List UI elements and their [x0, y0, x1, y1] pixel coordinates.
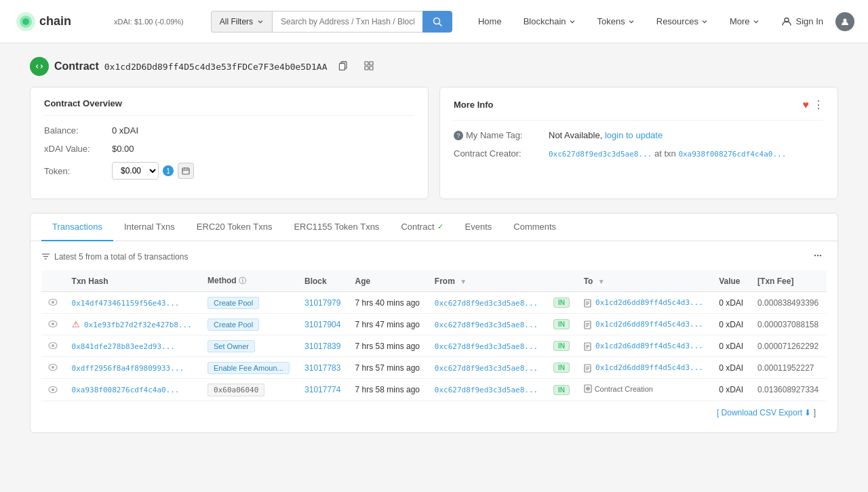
txn-hash-link[interactable]: 0xdff2956f8a4f89809933...	[72, 364, 184, 373]
svg-point-50	[52, 388, 54, 391]
from-address-link[interactable]: 0xc627d8f9ed3c3d5ae8...	[435, 364, 538, 373]
eye-icon[interactable]	[48, 385, 58, 395]
token-count-badge: 1	[163, 165, 174, 176]
sign-in-button[interactable]: Sign In	[772, 11, 833, 33]
cell-age: 7 hrs 53 mins ago	[349, 335, 428, 357]
search-filter-dropdown[interactable]: All Filters	[211, 11, 272, 33]
search-button[interactable]	[422, 11, 452, 33]
eye-icon[interactable]	[48, 341, 58, 351]
from-filter-icon[interactable]: ▼	[460, 278, 467, 285]
xdai-value: $0.00	[112, 144, 134, 154]
eye-icon[interactable]	[48, 363, 58, 373]
eye-icon[interactable]	[48, 298, 58, 308]
tab-erc20[interactable]: ERC20 Token Txns	[186, 213, 283, 241]
block-link[interactable]: 31017979	[304, 298, 340, 308]
token-calendar-button[interactable]	[178, 163, 194, 179]
tab-contract[interactable]: Contract ✓	[390, 213, 454, 241]
cell-block: 31017904	[298, 314, 349, 335]
page-content: Contract 0x1cd2D6Dd89ff4D5c4d3e53fFDCe7F…	[14, 43, 854, 447]
more-info-card: More Info ♥ ⋮ ? My Name Tag: Not Availab…	[439, 87, 838, 199]
contract-check-icon: ✓	[437, 222, 443, 231]
creator-address-link[interactable]: 0xc627d8f9ed3c3d5ae8...	[549, 150, 652, 159]
from-address-link[interactable]: 0xc627d8f9ed3c3d5ae8...	[435, 299, 538, 308]
tabs-container: Transactions Internal Txns ERC20 Token T…	[30, 213, 838, 433]
cards-row: Contract Overview Balance: 0 xDAI xDAI V…	[30, 87, 838, 199]
to-address-link[interactable]: 0x1cd2d6dd89ff4d5c4d3...	[595, 363, 703, 372]
txn-hash-link[interactable]: 0x14df473461159f56e43...	[72, 299, 180, 308]
nav-more[interactable]: More	[720, 11, 769, 32]
avatar[interactable]	[835, 12, 854, 31]
svg-point-38	[52, 344, 54, 347]
cell-method: Create Pool	[201, 314, 298, 335]
to-filter-icon[interactable]: ▼	[598, 278, 605, 285]
copy-address-button[interactable]	[333, 58, 353, 75]
cell-block: 31017783	[298, 357, 349, 379]
cell-method: Set Owner	[201, 335, 298, 357]
col-txn-hash: Txn Hash	[65, 270, 201, 292]
col-direction	[547, 270, 577, 292]
block-link[interactable]: 31017904	[304, 320, 340, 329]
txn-hash-link[interactable]: 0xa938f008276cdf4c4a0...	[72, 386, 180, 394]
login-to-update-link[interactable]: login to update	[605, 130, 663, 140]
table-row: 0xa938f008276cdf4c4a0... 0x60a06040 3101…	[41, 379, 827, 401]
direction-badge: IN	[553, 385, 570, 395]
svg-line-5	[439, 23, 441, 26]
block-link[interactable]: 31017783	[304, 363, 340, 373]
more-options-button[interactable]: ⋮	[813, 98, 824, 111]
svg-rect-13	[365, 66, 368, 70]
to-address-link[interactable]: 0x1cd2d6dd89ff4d5c4d3...	[595, 320, 703, 329]
to-address-link[interactable]: 0x1cd2d6dd89ff4d5c4d3...	[595, 342, 703, 350]
csv-export-link[interactable]: [ Download CSV Export ⬇	[717, 408, 814, 417]
block-link[interactable]: 31017774	[304, 385, 340, 394]
method-info-icon[interactable]: ⓘ	[239, 276, 246, 285]
xdai-value-label: xDAI Value:	[44, 144, 112, 154]
svg-point-23	[817, 255, 818, 256]
txn-hash-link[interactable]: 0x1e93fb27d2f32e427b8...	[84, 321, 192, 329]
favorite-button[interactable]: ♥	[803, 98, 810, 111]
nav-home[interactable]: Home	[469, 11, 511, 32]
creator-txn-link[interactable]: 0xa938f008276cdf4c4a0...	[678, 150, 786, 159]
table-options-button[interactable]	[809, 249, 827, 264]
cell-age: 7 hrs 47 mins ago	[349, 314, 428, 335]
from-address-link[interactable]: 0xc627d8f9ed3c3d5ae8...	[435, 386, 538, 394]
table-row: 0x841dfe278b83ee2d93... Set Owner 310178…	[41, 335, 827, 357]
table-body: 0x14df473461159f56e43... Create Pool 310…	[41, 292, 827, 401]
svg-rect-8	[36, 62, 43, 70]
cell-eye	[41, 379, 65, 401]
grid-view-button[interactable]	[359, 58, 379, 75]
tab-internal-txns[interactable]: Internal Txns	[113, 213, 186, 241]
search-area: All Filters	[211, 11, 452, 33]
xdai-value-row: xDAI Value: $0.00	[44, 144, 414, 154]
csv-export-text: [ Download CSV Export ⬇ ]	[717, 408, 816, 417]
brand-logo-link[interactable]: chain	[14, 9, 95, 34]
nav-tokens[interactable]: Tokens	[588, 11, 644, 32]
eye-icon[interactable]	[48, 319, 58, 329]
cell-direction: IN	[547, 292, 577, 314]
to-address-link[interactable]: 0x1cd2d6dd89ff4d5c4d3...	[595, 298, 703, 307]
tab-comments[interactable]: Comments	[502, 213, 567, 241]
block-link[interactable]: 31017839	[304, 342, 340, 351]
cell-method: Create Pool	[201, 292, 298, 314]
cell-method: 0x60a06040	[201, 379, 298, 401]
cell-direction: IN	[547, 379, 577, 401]
balance-row: Balance: 0 xDAI	[44, 125, 414, 136]
cell-eye	[41, 314, 65, 335]
tab-erc1155[interactable]: ERC1155 Token Txns	[283, 213, 390, 241]
from-address-link[interactable]: 0xc627d8f9ed3c3d5ae8...	[435, 342, 538, 351]
contract-creation-label: Contract Creation	[595, 385, 653, 393]
from-address-link[interactable]: 0xc627d8f9ed3c3d5ae8...	[435, 321, 538, 329]
token-row: Token: $0.00 1	[44, 162, 414, 180]
nav-resources[interactable]: Resources	[647, 11, 717, 32]
tab-transactions[interactable]: Transactions	[41, 213, 113, 241]
creator-value: 0xc627d8f9ed3c3d5ae8... at txn 0xa938f00…	[549, 148, 786, 159]
tab-events[interactable]: Events	[454, 213, 503, 241]
cell-fee: 0.013608927334	[751, 379, 827, 401]
txn-hash-link[interactable]: 0x841dfe278b83ee2d93...	[72, 342, 175, 351]
creator-label: Contract Creator:	[454, 148, 549, 159]
svg-point-26	[52, 301, 54, 304]
nav-blockchain[interactable]: Blockchain	[514, 11, 585, 32]
cell-txn-hash: ⚠ 0x1e93fb27d2f32e427b8...	[65, 314, 201, 335]
cell-fee: 0.000838493396	[751, 292, 827, 314]
token-select[interactable]: $0.00	[112, 162, 159, 180]
search-input[interactable]	[272, 11, 422, 33]
